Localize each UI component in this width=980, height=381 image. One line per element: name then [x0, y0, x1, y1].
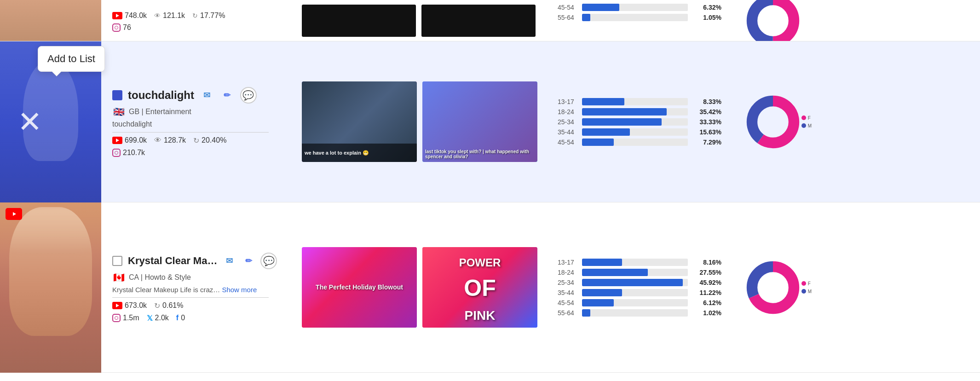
yt-badge-bottom — [6, 208, 22, 220]
pink-of-text: OF — [422, 275, 537, 301]
touchdalight-views: 👁 128.7k — [154, 136, 186, 144]
krystal-stats2: 1.5m 𝕏 2.0k f 0 — [112, 314, 283, 323]
age-pct-18-bot: 27.55% — [692, 269, 721, 276]
age-row-55-bot: 55-64 1.02% — [558, 309, 721, 317]
touchdalight-checkbox[interactable] — [112, 90, 122, 100]
top-age-bar-fill-45 — [582, 4, 619, 11]
top-age-label-45: 45-54 — [558, 4, 578, 11]
pink-pink-text: PINK — [422, 308, 537, 323]
top-subs-stat: 748.0k — [112, 12, 147, 20]
krystal-show-more[interactable]: Show more — [222, 286, 257, 294]
yt-icon-bottom — [112, 302, 122, 309]
add-to-list-tooltip[interactable]: Add to List — [38, 46, 105, 72]
krystal-chart: F M — [727, 202, 819, 372]
top-subs-value: 748.0k — [125, 12, 147, 20]
touchdalight-video1[interactable]: we have a lot to explain 😬 — [302, 81, 417, 162]
touchdalight-video2[interactable]: last tiktok you slept with? | what happe… — [422, 81, 537, 162]
krystal-subs-value: 673.0k — [125, 301, 147, 310]
age-pct-25-bot: 45.92% — [692, 279, 721, 286]
refresh-icon-top: ↻ — [192, 12, 198, 19]
touchdalight-video2-bg: last tiktok you slept with? | what happe… — [422, 81, 537, 162]
krystal-video2-bg: POWER OF PINK — [422, 247, 537, 328]
krystal-email-btn[interactable]: ✉ — [222, 254, 236, 268]
tw-icon-bottom: 𝕏 — [147, 314, 153, 323]
top-chart-area — [727, 0, 819, 41]
krystal-video1[interactable]: The Perfect Holiday Blowout — [302, 247, 417, 328]
top-donut-chart — [743, 0, 803, 41]
touchdalight-stats2: 210.7k — [112, 149, 283, 157]
top-video2-thumb — [421, 5, 536, 37]
ca-flag: 🇨🇦 — [112, 273, 125, 282]
top-ig-row: 76 — [112, 23, 225, 32]
krystal-engage-value: 0.61% — [162, 301, 183, 310]
krystal-ig: 1.5m — [112, 314, 139, 322]
age-bar-container-55-bot — [582, 309, 688, 317]
divider-middle — [112, 132, 269, 133]
age-label-13-bot: 13-17 — [558, 259, 578, 266]
krystal-tw-value: 2.0k — [155, 314, 169, 322]
touchdalight-country-text: GB | Entertainment — [129, 108, 191, 116]
top-demo-area: 45-54 6.32% 55-64 1.05% — [552, 0, 727, 41]
krystal-video2[interactable]: POWER OF PINK — [422, 247, 537, 328]
krystal-donut — [743, 258, 803, 318]
krystal-twitter: 𝕏 2.0k — [147, 314, 169, 323]
touchdalight-views-value: 128.7k — [164, 136, 186, 144]
age-label-25-bot: 25-34 — [558, 279, 578, 286]
top-videos-area — [294, 0, 552, 41]
legend-middle: F M — [801, 115, 812, 128]
top-thumbnail — [0, 0, 101, 41]
age-row-35-bot: 35-44 11.22% — [558, 289, 721, 296]
krystal-checkbox[interactable] — [112, 256, 122, 266]
divider-bottom — [112, 297, 269, 298]
age-bar-container-18-bot — [582, 269, 688, 276]
touchdalight-info: touchdalight ✉ ✏ 💬 🇬🇧 GB | Entertainment… — [101, 41, 294, 202]
krystal-message-btn[interactable]: 💬 — [260, 253, 277, 269]
refresh-icon-middle: ↻ — [193, 136, 199, 145]
touchdalight-subs-value: 699.0k — [125, 136, 147, 144]
krystal-fb-value: 0 — [181, 314, 185, 322]
age-bar-fill-25-bot — [582, 279, 683, 286]
touchdalight-engage: ↻ 20.40% — [193, 136, 226, 145]
touchdalight-edit-btn[interactable]: ✏ — [220, 88, 235, 103]
legend-dot-male-bot — [801, 289, 806, 294]
eye-icon: 👁 — [154, 12, 161, 19]
legend-male-mid: M — [801, 123, 812, 128]
krystal-desc-text: Krystal Clear Makeup Life is craz… — [112, 286, 220, 294]
legend-dot-male-mid — [801, 123, 806, 128]
touchdalight-donut — [743, 92, 803, 152]
age-pct-13-mid: 8.33% — [692, 98, 721, 105]
krystal-desc: Krystal Clear Makeup Life is craz… Show … — [112, 286, 283, 294]
krystal-thumbnail — [0, 202, 101, 373]
age-bar-container-25-bot — [582, 279, 688, 286]
age-label-35-bot: 35-44 — [558, 289, 578, 296]
eye-icon-middle: 👁 — [154, 136, 161, 144]
touchdalight-message-btn[interactable]: 💬 — [240, 87, 257, 104]
age-bar-fill-25-mid — [582, 118, 662, 126]
video2-caption-text: last tiktok you slept with? | what happe… — [425, 149, 535, 159]
name-row-middle: touchdalight ✉ ✏ 💬 — [112, 87, 283, 104]
age-pct-35-bot: 11.22% — [692, 289, 721, 296]
age-bar-fill-45-bot — [582, 299, 614, 306]
touchdalight-row: ✕ ✓ touchdalight ✉ ✏ 💬 🇬🇧 GB — [0, 41, 980, 202]
touchdalight-country: 🇬🇧 GB | Entertainment — [112, 107, 283, 116]
age-bar-container-45-bot — [582, 299, 688, 306]
krystal-name: Krystal Clear Ma… ✉ ✏ 💬 — [128, 253, 277, 269]
age-bar-container-13-mid — [582, 98, 688, 105]
age-row-13-bot: 13-17 8.16% — [558, 259, 721, 266]
top-age-bar-45 — [582, 4, 688, 11]
video1-caption-bar: we have a lot to explain 😬 — [302, 144, 417, 162]
legend-dot-female-mid — [801, 115, 806, 120]
touchdalight-email-btn[interactable]: ✉ — [200, 88, 214, 103]
age-pct-18-mid: 35.42% — [692, 108, 721, 115]
fb-icon-bottom: f — [176, 314, 179, 322]
krystal-country: 🇨🇦 CA | Howto & Style — [112, 273, 283, 282]
krystal-row: Krystal Clear Ma… ✉ ✏ 💬 🇨🇦 CA | Howto & … — [0, 202, 980, 373]
age-bar-fill-45-mid — [582, 139, 614, 146]
age-bar-fill-13-mid — [582, 98, 624, 105]
krystal-edit-btn[interactable]: ✏ — [241, 254, 256, 268]
age-bar-fill-35-mid — [582, 128, 630, 136]
age-bar-container-45-mid — [582, 139, 688, 146]
youtube-icon — [112, 12, 122, 19]
legend-bottom: F M — [801, 281, 812, 294]
touchdalight-engage-value: 20.40% — [202, 136, 226, 144]
